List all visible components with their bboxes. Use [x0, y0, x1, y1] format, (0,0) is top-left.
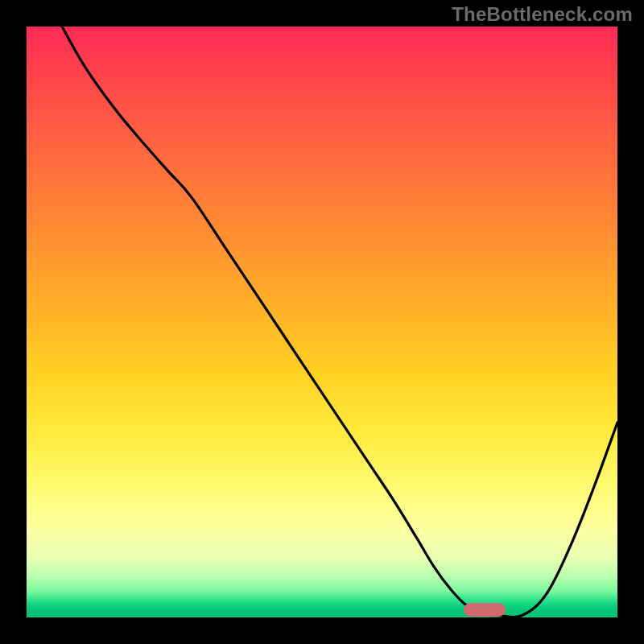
bottleneck-curve: [27, 27, 617, 617]
optimum-marker: [464, 603, 505, 617]
plot-area: [27, 27, 617, 617]
chart-frame: TheBottleneck.com: [0, 0, 644, 644]
watermark-text: TheBottleneck.com: [452, 3, 633, 26]
